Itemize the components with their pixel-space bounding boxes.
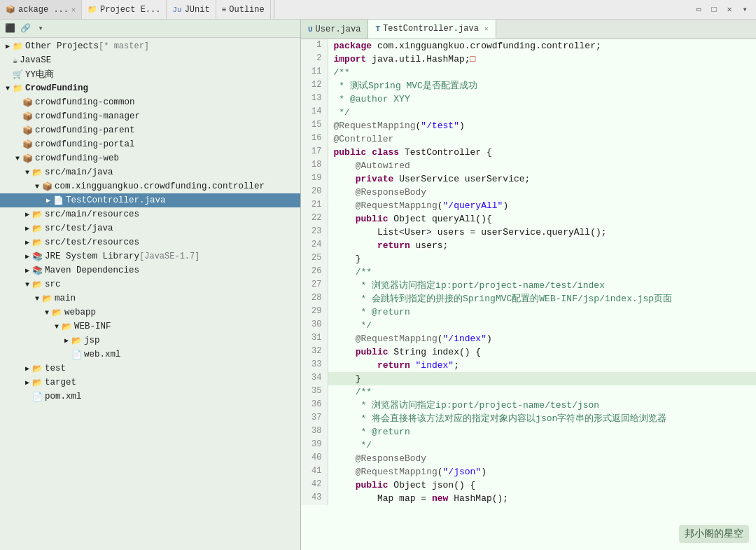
line-number: 42 xyxy=(301,479,328,492)
tree-item-test[interactable]: ▶ 📂 test xyxy=(0,362,300,376)
tree-item-src-main-resources[interactable]: ▶ 📂 src/main/resources xyxy=(0,207,300,221)
line-number: 37 xyxy=(301,412,328,425)
line-number: 21 xyxy=(301,199,328,212)
tree-item-controller-package[interactable]: ▼ 📦 com.xingguangkuo.crowdfunding.contro… xyxy=(0,179,300,193)
tree-item-maven-deps[interactable]: ▶ 📚 Maven Dependencies xyxy=(0,263,300,277)
arrow-file: ▶ xyxy=(43,196,53,205)
module-icon: 📦 xyxy=(22,97,33,108)
shop-icon: 🛒 xyxy=(13,69,23,80)
tree-item-yydianshang[interactable]: 🛒 YY电商 xyxy=(0,67,300,81)
tab-testcontroller-java[interactable]: T TestController.java ✕ xyxy=(368,20,496,39)
line-number: 41 xyxy=(301,465,328,479)
tree-item-webxml[interactable]: 📄 web.xml xyxy=(0,348,300,362)
tab-project[interactable]: 📁 Project E... xyxy=(82,0,167,19)
tree-item-src-test-resources[interactable]: ▶ 📂 src/test/resources xyxy=(0,235,300,249)
view-menu-button[interactable]: ▾ xyxy=(738,3,752,17)
tab-package[interactable]: 📦 ackage ... ✕ xyxy=(0,0,82,19)
code-editor[interactable]: 1package com.xingguangkuo.crowdfunding.c… xyxy=(301,39,756,550)
testcontroller-java-icon: T xyxy=(375,25,380,33)
link-editor-button[interactable]: 🔗 xyxy=(18,22,32,36)
tree-label: src/test/java xyxy=(45,224,113,233)
line-number: 18 xyxy=(301,159,328,172)
line-number: 33 xyxy=(301,359,328,372)
tab-package-close[interactable]: ✕ xyxy=(71,6,76,14)
minimize-button[interactable]: ▭ xyxy=(692,3,706,17)
project-folder-icon: 📁 xyxy=(13,83,23,94)
tree-item-jre-library[interactable]: ▶ 📚 JRE System Library [JavaSE-1.7] xyxy=(0,249,300,263)
code-line-23: 23 List<User> users = userService.queryA… xyxy=(301,226,756,239)
tab-close-icon[interactable]: ✕ xyxy=(484,25,489,33)
line-code: public Object queryAll(){ xyxy=(328,212,756,226)
code-line-42: 42 public Object json() { xyxy=(301,479,756,492)
xml-file-icon: 📄 xyxy=(71,350,82,360)
folder-icon: 📂 xyxy=(71,336,82,346)
tree-item-crowdfunding-common[interactable]: 📦 crowdfunding-common xyxy=(0,95,300,109)
tab-user-java[interactable]: U User.java xyxy=(301,20,368,39)
code-line-35: 35 /** xyxy=(301,385,756,399)
code-line-32: 32 public String index() { xyxy=(301,345,756,359)
line-number: 16 xyxy=(301,132,328,146)
tree-item-testcontroller[interactable]: ▶ 📄 TestController.java xyxy=(0,193,300,207)
line-number: 40 xyxy=(301,452,328,465)
tree-item-webinf[interactable]: ▼ 📂 WEB-INF xyxy=(0,319,300,334)
tree-suffix: [* master] xyxy=(99,41,149,51)
tree-item-crowdfunding-portal[interactable]: 📦 crowdfunding-portal xyxy=(0,137,300,151)
tree-item-src-main-java[interactable]: ▼ 📂 src/main/java xyxy=(0,165,300,179)
code-line-36: 36 * 浏览器访问指定ip:port/project-name/test/js… xyxy=(301,399,756,412)
view-menu-left-button[interactable]: ▾ xyxy=(34,22,48,36)
line-number: 36 xyxy=(301,399,328,412)
arrow-pkg: ▼ xyxy=(32,183,42,191)
tree-item-crowdfunding[interactable]: ▼ 📁 CrowdFunding xyxy=(0,81,300,95)
tree-label: main xyxy=(55,294,76,303)
tree-item-pomxml[interactable]: 📄 pom.xml xyxy=(0,390,300,404)
code-line-17: 17public class TestController { xyxy=(301,146,756,159)
arrow: ▶ xyxy=(22,224,32,233)
tree-item-main[interactable]: ▼ 📂 main xyxy=(0,291,300,305)
arrow-webinf: ▼ xyxy=(52,323,62,331)
line-code: * 会跳转到指定的拼接的SpringMVC配置的WEB-INF/jsp/inde… xyxy=(328,292,756,305)
tree-label: CrowdFunding xyxy=(25,83,88,93)
tree-label: Maven Dependencies xyxy=(45,266,139,275)
tree-item-crowdfunding-parent[interactable]: 📦 crowdfunding-parent xyxy=(0,123,300,137)
tab-outline-label: Outline xyxy=(229,5,264,15)
folder-icon: 📂 xyxy=(52,308,62,318)
line-code: List<User> users = userService.queryAll(… xyxy=(328,226,756,239)
tab-junit[interactable]: Ju JUnit xyxy=(167,0,216,19)
line-code: public class TestController { xyxy=(328,146,756,159)
tree-item-src[interactable]: ▼ 📂 src xyxy=(0,277,300,291)
project-tree[interactable]: ▶ 📁 Other Projects [* master] ☕ JavaSE 🛒… xyxy=(0,38,300,550)
line-number: 38 xyxy=(301,425,328,439)
tree-item-other-projects[interactable]: ▶ 📁 Other Projects [* master] xyxy=(0,39,300,53)
line-code: */ xyxy=(328,319,756,332)
maximize-button[interactable]: □ xyxy=(707,3,721,17)
line-code: * 浏览器访问指定ip:port/project-name/test/json xyxy=(328,399,756,412)
code-line-13: 13 * @author XYY xyxy=(301,92,756,106)
folder-icon: 📂 xyxy=(32,238,43,248)
arrow: ▶ xyxy=(22,238,32,247)
tree-item-webapp[interactable]: ▼ 📂 webapp xyxy=(0,305,300,319)
tree-item-javase[interactable]: ☕ JavaSE xyxy=(0,53,300,67)
tree-item-src-test-java[interactable]: ▶ 📂 src/test/java xyxy=(0,221,300,235)
close-button[interactable]: ✕ xyxy=(722,3,736,17)
tree-item-target[interactable]: ▶ 📂 target xyxy=(0,376,300,390)
line-number: 25 xyxy=(301,252,328,266)
tab-package-label: ackage ... xyxy=(18,5,69,15)
code-line-21: 21 @RequestMapping("/queryAll") xyxy=(301,199,756,212)
line-number: 43 xyxy=(301,492,328,505)
tree-label: JRE System Library xyxy=(45,252,139,261)
line-code: @ResponseBody xyxy=(328,186,756,199)
collapse-all-button[interactable]: ⬛ xyxy=(3,22,17,36)
arrow-web: ▼ xyxy=(13,155,22,163)
tree-label: YY电商 xyxy=(25,69,54,81)
tree-item-crowdfunding-web[interactable]: ▼ 📦 crowdfunding-web xyxy=(0,151,300,165)
folder-icon: 📂 xyxy=(42,294,52,304)
folder-icon: 📂 xyxy=(32,378,43,388)
module-icon: 📦 xyxy=(22,139,33,150)
tree-item-crowdfunding-manager[interactable]: 📦 crowdfunding-manager xyxy=(0,109,300,123)
code-line-2: 2import java.util.HashMap;□ xyxy=(301,53,756,66)
code-line-28: 28 * 会跳转到指定的拼接的SpringMVC配置的WEB-INF/jsp/i… xyxy=(301,292,756,305)
tab-junit-label: JUnit xyxy=(185,5,210,15)
tab-outline[interactable]: ≡ Outline xyxy=(216,0,271,19)
tree-item-jsp[interactable]: ▶ 📂 jsp xyxy=(0,334,300,348)
left-toolbar: ⬛ 🔗 ▾ xyxy=(0,20,300,38)
